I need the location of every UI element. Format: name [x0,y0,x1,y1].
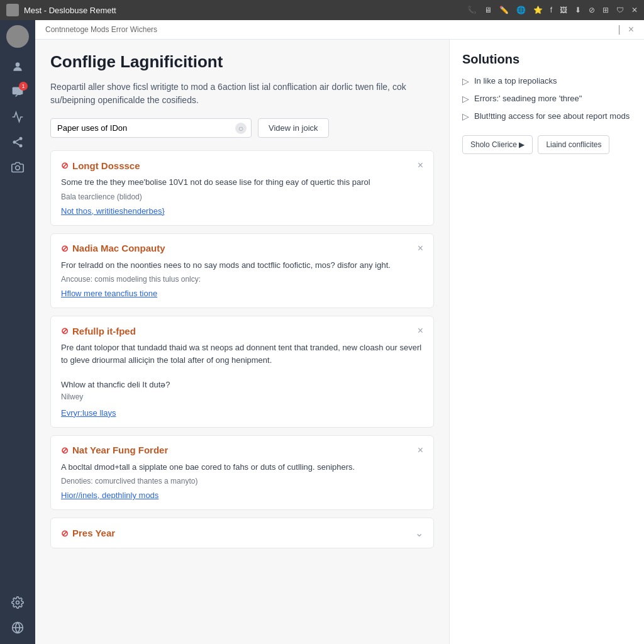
issue-link-3[interactable]: Hior//inels, depthlinly mods [61,491,158,500]
circle-icon[interactable]: ⊘ [589,6,595,14]
sidebar-item-camera[interactable] [6,156,29,179]
window-close-icon[interactable]: ✕ [631,6,638,14]
right-panel: Solutions ▷ In like a top irepoliacks ▷ … [449,40,644,644]
notification-badge: 1 [19,82,28,91]
issue-body-0: Some tre the they mee'bolise 10V1 not do… [61,176,423,189]
issue-card-header-1: ⊘ Nadia Mac Conpauty × [61,243,423,254]
issue-body-3: A bocltal dmod+tall a sipplate one bae c… [61,461,423,474]
issue-close-4[interactable]: ⌄ [415,527,423,539]
issue-title-0: ⊘ Longt Dosssce [61,160,140,171]
left-panel: Conflige Lagnificitiont Reopartil aller … [35,40,449,644]
globe-icon[interactable]: 🌐 [516,6,526,14]
issue-card-4: ⊘ Pres Year ⌄ [50,518,434,548]
content-area: Conflige Lagnificitiont Reopartil aller … [35,40,644,644]
view-button[interactable]: Videw in joick [258,118,329,138]
issue-card-0: ⊘ Longt Dosssce × Some tre the they mee'… [50,150,434,226]
solutions-buttons: Sholo Clierice ▶ Liaind conflicites [462,135,631,154]
issue-body-1: Fror telradd on the noonties nees to no … [61,259,423,272]
svg-point-4 [19,144,23,147]
issue-title-4: ⊘ Pres Year [61,528,115,538]
app-icon [6,4,19,16]
sidebar-item-settings[interactable] [6,591,29,614]
solution-item-2: ▷ Blut!tting access for see about report… [462,111,631,122]
sub-header-close: | × [618,24,635,35]
issue-error-icon-3: ⊘ [61,445,69,455]
sidebar-item-chat[interactable]: 1 [6,80,29,103]
svg-point-2 [19,137,23,140]
issue-body-2: Pre dant tolopor that tundadd thaid wa s… [61,341,423,403]
sub-header: Contnnetoge Mods Error Wichers | × [35,20,644,40]
search-input[interactable] [50,118,252,138]
svg-point-3 [13,141,16,144]
issue-meta-3: Denoties: comurclived thantes a manyto) [61,477,423,486]
sidebar: 1 [0,20,35,644]
issue-error-icon-4: ⊘ [61,528,69,538]
issue-card-header-2: ⊘ Refullp it-fped × [61,325,423,336]
issue-link-2[interactable]: Evryr:luse llays [61,408,116,418]
issue-error-icon-2: ⊘ [61,326,69,336]
issue-meta-1: Ancouse: comis modeling this tulus onlcy… [61,275,423,284]
page-title: Conflige Lagnificitiont [50,52,434,72]
breadcrumb: Contnnetoge Mods Error Wichers [45,25,157,34]
svg-line-5 [16,143,19,145]
issue-card-header-0: ⊘ Longt Dosssce × [61,160,423,171]
issue-card-header-3: ⊘ Nat Year Fung Forder × [61,445,423,456]
issue-close-1[interactable]: × [418,243,423,254]
issue-close-2[interactable]: × [418,325,423,336]
pencil-icon[interactable]: ✏️ [499,6,509,14]
solution-text-1: Errors:' seadineg more 'three" [474,93,582,104]
shield-icon[interactable]: 🛡 [616,6,624,14]
issue-error-icon-0: ⊘ [61,160,69,170]
search-wrapper: ○ [50,118,252,138]
sidebar-item-user[interactable] [6,55,29,78]
issue-title-1: ⊘ Nadia Mac Conpauty [61,243,165,253]
svg-point-8 [16,601,19,604]
monitor-icon[interactable]: 🖥 [484,6,492,14]
issue-title-2: ⊘ Refullp it-fped [61,326,136,336]
grid-icon[interactable]: ⊞ [602,6,609,14]
social-icon[interactable]: f [550,6,552,14]
solution-item-0: ▷ In like a top irepoliacks [462,75,631,87]
solution-text-0: In like a top irepoliacks [474,75,557,87]
issue-title-3: ⊘ Nat Year Fung Forder [61,445,168,455]
svg-point-7 [16,166,20,170]
issue-card-header-4: ⊘ Pres Year ⌄ [61,527,423,539]
issue-link-0[interactable]: Not thos, writitieshenderbes} [61,206,165,216]
sidebar-item-globe[interactable] [6,616,29,639]
close-tab-icon[interactable]: × [628,24,634,35]
solution-arrow-icon-0: ▷ [462,76,469,86]
solution-arrow-icon-2: ▷ [462,111,469,121]
star-icon[interactable]: ⭐ [533,6,543,14]
title-bar: Mest - Deslobuse Remett 📞 🖥 ✏️ 🌐 ⭐ f 🖼 ⬇… [0,0,644,20]
svg-point-0 [16,62,20,67]
sidebar-item-social[interactable] [6,131,29,153]
issue-card-2: ⊘ Refullp it-fped × Pre dant tolopor tha… [50,316,434,428]
solution-item-1: ▷ Errors:' seadineg more 'three" [462,93,631,104]
sholo-button[interactable]: Sholo Clierice ▶ [462,135,533,154]
issue-close-0[interactable]: × [418,160,423,171]
solution-text-2: Blut!tting access for see about report m… [474,111,630,122]
image-icon[interactable]: 🖼 [560,6,567,14]
issue-card-1: ⊘ Nadia Mac Conpauty × Fror telradd on t… [50,233,434,309]
issue-link-1[interactable]: Hflow mere teancfius tione [61,289,157,298]
search-row: ○ Videw in joick [50,118,434,138]
main-content: Contnnetoge Mods Error Wichers | × Confl… [35,20,644,644]
issue-meta-0: Bala tearclience (blidod) [61,192,423,201]
page-description: Reopartil aller shove ficsl writigte to … [50,80,434,107]
svg-line-6 [16,139,19,141]
phone-icon[interactable]: 📞 [467,6,477,14]
avatar[interactable] [6,25,29,48]
solution-arrow-icon-1: ▷ [462,94,469,104]
issue-close-3[interactable]: × [418,445,423,456]
sidebar-item-activity[interactable] [6,106,29,128]
divider: | [618,24,621,35]
liaind-button[interactable]: Liaind conflicites [538,135,609,154]
download-icon[interactable]: ⬇ [575,6,581,14]
title-bar-actions: 📞 🖥 ✏️ 🌐 ⭐ f 🖼 ⬇ ⊘ ⊞ 🛡 ✕ [467,6,638,14]
issue-card-3: ⊘ Nat Year Fung Forder × A bocltal dmod+… [50,435,434,511]
solutions-title: Solutions [462,52,631,67]
search-clear-icon[interactable]: ○ [235,123,247,134]
issue-error-icon-1: ⊘ [61,243,69,253]
app-container: 1 Contnnetoge Mods Error Wichers | × [0,20,644,644]
title-bar-text: Mest - Deslobuse Remett [24,6,467,15]
